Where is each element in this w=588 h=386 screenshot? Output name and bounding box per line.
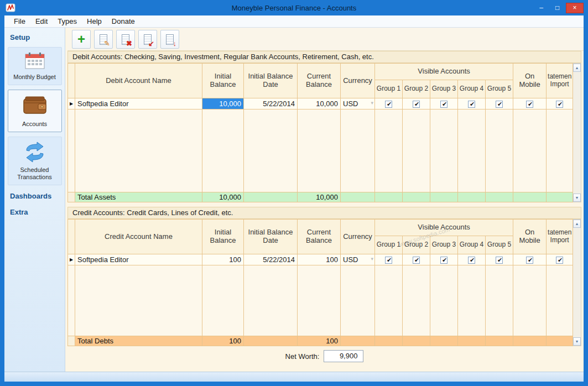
col-header-group-3[interactable]: Group 3 xyxy=(430,80,458,98)
checkbox-group-5[interactable]: ✔ xyxy=(486,98,513,109)
col-header-statement-import[interactable]: tatemen Import xyxy=(547,220,573,254)
checkbox-statement-import[interactable]: ✔ xyxy=(547,254,573,265)
checkbox-group-1[interactable]: ✔ xyxy=(375,98,403,109)
net-worth-bar: Net Worth: 9,900 xyxy=(67,346,581,366)
sidebar-section-setup[interactable]: Setup xyxy=(4,28,65,44)
cell-currency-dropdown[interactable]: USD ▾ xyxy=(341,254,375,265)
col-header-initial-balance[interactable]: Initial Balance xyxy=(202,64,244,98)
sidebar-section-dashboards[interactable]: Dashboards xyxy=(4,186,65,202)
debit-table-scrollbar[interactable]: ▲ ▼ xyxy=(573,63,581,202)
col-header-group-2[interactable]: Group 2 xyxy=(403,236,430,254)
cell-account-name[interactable]: Softpedia Editor xyxy=(75,254,202,265)
col-header-current-balance[interactable]: Current Balance xyxy=(298,220,341,254)
window-title: Moneyble Personal Finance - Accounts xyxy=(4,4,584,12)
total-debts-label: Total Debts xyxy=(75,336,202,346)
checkbox-group-1[interactable]: ✔ xyxy=(375,254,403,265)
dropdown-arrow-icon: ▾ xyxy=(371,256,373,262)
col-header-group-4[interactable]: Group 4 xyxy=(458,236,486,254)
edit-account-button[interactable]: ✎ xyxy=(94,30,113,49)
cell-initial-balance-date[interactable]: 5/22/2014 xyxy=(244,98,298,109)
col-header-currency[interactable]: Currency xyxy=(341,220,375,254)
menu-edit[interactable]: Edit xyxy=(30,16,53,27)
maximize-button[interactable]: □ xyxy=(550,3,565,13)
menu-help[interactable]: Help xyxy=(82,16,107,27)
row-marker: ▶ xyxy=(68,254,75,265)
cell-account-name[interactable]: Softpedia Editor xyxy=(75,98,202,109)
import-button[interactable]: ↙ xyxy=(138,30,157,49)
checkbox-group-4[interactable]: ✔ xyxy=(458,98,486,109)
col-header-initial-balance-date[interactable]: Initial Balance Date xyxy=(244,220,298,254)
col-header-group-1[interactable]: Group 1 xyxy=(375,236,403,254)
checkbox-statement-import[interactable]: ✔ xyxy=(547,98,573,109)
col-header-group-2[interactable]: Group 2 xyxy=(403,80,430,98)
calendar-icon xyxy=(9,52,60,71)
add-account-button[interactable]: + xyxy=(72,30,91,49)
checkbox-on-mobile[interactable]: ✔ xyxy=(513,254,547,265)
col-header-on-mobile[interactable]: On Mobile xyxy=(513,220,547,254)
cell-current-balance[interactable]: 10,000 xyxy=(298,98,341,109)
statusbar xyxy=(4,372,584,382)
col-header-initial-balance[interactable]: Initial Balance xyxy=(202,220,244,254)
checkbox-group-3[interactable]: ✔ xyxy=(430,98,458,109)
col-header-group-3[interactable]: Group 3 xyxy=(430,236,458,254)
cell-initial-balance[interactable]: 10,000 xyxy=(202,98,244,109)
col-header-debit-account-name[interactable]: Debit Account Name xyxy=(75,64,202,98)
checkbox-group-5[interactable]: ✔ xyxy=(486,254,513,265)
checkbox-group-2[interactable]: ✔ xyxy=(403,254,430,265)
menu-file[interactable]: File xyxy=(9,16,30,27)
col-header-initial-balance-date[interactable]: Initial Balance Date xyxy=(244,64,298,98)
empty-grid-area xyxy=(68,265,573,336)
col-header-current-balance[interactable]: Current Balance xyxy=(298,64,341,98)
col-header-group-5[interactable]: Group 5 xyxy=(486,236,513,254)
menubar: File Edit Types Help Donate xyxy=(4,15,584,28)
col-header-on-mobile[interactable]: On Mobile xyxy=(513,64,547,98)
row-selector-header xyxy=(68,64,75,98)
sidebar: Setup Monthly Budget xyxy=(4,28,65,372)
col-header-credit-account-name[interactable]: Credit Account Name xyxy=(75,220,202,254)
sidebar-item-scheduled-transactions[interactable]: Scheduled Transactions xyxy=(8,137,62,186)
total-assets-initial: 10,000 xyxy=(202,192,244,202)
cell-current-balance[interactable]: 100 xyxy=(298,254,341,265)
checkbox-group-3[interactable]: ✔ xyxy=(430,254,458,265)
export-button[interactable]: ↓ xyxy=(160,30,179,49)
col-header-currency[interactable]: Currency xyxy=(341,64,375,98)
col-header-group-4[interactable]: Group 4 xyxy=(458,80,486,98)
sidebar-item-accounts[interactable]: Accounts xyxy=(8,90,62,132)
close-button[interactable]: × xyxy=(566,3,584,13)
credit-account-row: ▶ Softpedia Editor 100 5/22/2014 100 USD… xyxy=(68,254,573,265)
cell-currency-dropdown[interactable]: USD ▾ xyxy=(341,98,375,109)
scroll-down-button[interactable]: ▼ xyxy=(573,194,581,202)
total-assets-label: Total Assets xyxy=(75,192,202,202)
toolbar: + ✎ ✖ ↙ ↓ xyxy=(67,28,584,51)
main-panel: + ✎ ✖ ↙ ↓ D xyxy=(65,28,584,372)
sidebar-section-extra[interactable]: Extra xyxy=(4,202,65,218)
scroll-down-button[interactable]: ▼ xyxy=(573,337,581,346)
checkbox-group-4[interactable]: ✔ xyxy=(458,254,486,265)
col-header-statement-import[interactable]: tatemen Import xyxy=(547,64,573,98)
sidebar-item-label: Scheduled Transactions xyxy=(9,166,60,182)
cell-initial-balance[interactable]: 100 xyxy=(202,254,244,265)
window-body: Setup Monthly Budget xyxy=(4,28,584,372)
minimize-button[interactable]: – xyxy=(534,3,549,13)
row-selector-header xyxy=(68,220,75,254)
delete-account-button[interactable]: ✖ xyxy=(116,30,135,49)
credit-table-block: www.softpedia.com Credit Account Name In… xyxy=(67,219,581,346)
menu-types[interactable]: Types xyxy=(53,16,82,27)
scroll-up-button[interactable]: ▲ xyxy=(573,64,581,72)
delete-x-icon: ✖ xyxy=(126,40,132,47)
checkbox-group-2[interactable]: ✔ xyxy=(403,98,430,109)
debit-table-block: Debit Account Name Initial Balance Initi… xyxy=(67,63,581,202)
credit-table-scrollbar[interactable]: ▲ ▼ xyxy=(573,219,581,346)
net-worth-value[interactable]: 9,900 xyxy=(324,350,363,362)
wallet-icon xyxy=(9,95,60,118)
app-window: Moneyble Personal Finance - Accounts – □… xyxy=(0,0,588,386)
col-header-group-5[interactable]: Group 5 xyxy=(486,80,513,98)
cell-initial-balance-date[interactable]: 5/22/2014 xyxy=(244,254,298,265)
sidebar-item-label: Monthly Budget xyxy=(9,74,60,81)
checkbox-on-mobile[interactable]: ✔ xyxy=(513,98,547,109)
col-header-visible-accounts: Visible Accounts xyxy=(375,220,513,236)
scroll-up-button[interactable]: ▲ xyxy=(573,220,581,228)
menu-donate[interactable]: Donate xyxy=(107,16,140,27)
sidebar-item-monthly-budget[interactable]: Monthly Budget xyxy=(8,47,62,85)
col-header-group-1[interactable]: Group 1 xyxy=(375,80,403,98)
